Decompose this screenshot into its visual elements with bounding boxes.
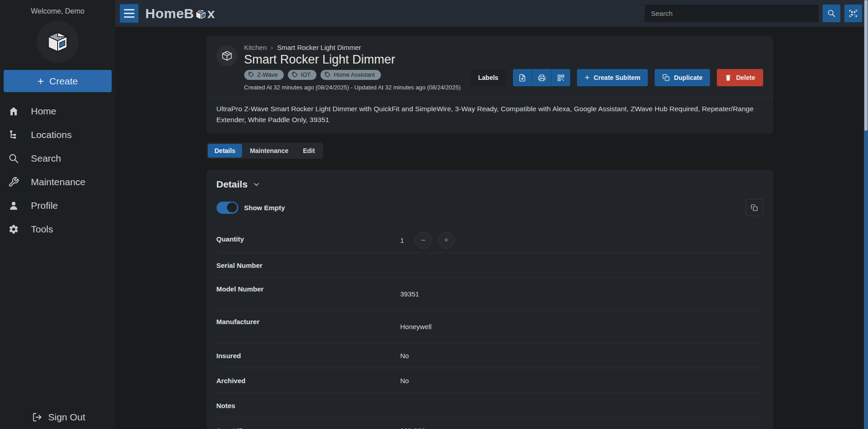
chevron-right-icon: › [271,44,273,51]
item-header-main: Kitchen › Smart Rocker Light Dimmer Smar… [244,44,461,91]
copy-details-button[interactable] [746,199,763,216]
locations-tree-icon [8,129,19,140]
sidebar-item-search[interactable]: Search [0,147,115,170]
show-empty-label: Show Empty [244,204,285,212]
delete-label: Delete [736,74,755,81]
create-subitem-button[interactable]: + Create Subitem [577,69,648,86]
quantity-increase-button[interactable]: + [438,232,455,249]
tab-edit[interactable]: Edit [296,144,321,158]
tag-icon [292,72,298,78]
box-icon [195,8,207,20]
item-avatar [217,45,237,66]
sidebar-item-label: Tools [31,224,53,235]
box-icon [221,50,233,62]
brand-text-post: x [207,6,215,21]
field-row-notes: Notes [217,393,763,418]
item-header-card: Kitchen › Smart Rocker Light Dimmer Smar… [207,36,773,133]
field-value: No [400,352,763,360]
labels-button[interactable]: Labels [470,69,506,86]
app-logo[interactable]: HomeB x [145,6,215,21]
create-button[interactable]: + Create [4,70,112,92]
item-actions: Labels [470,69,763,86]
field-label: Notes [217,402,400,409]
duplicate-button[interactable]: Duplicate [655,69,710,86]
label-pill-text: IOT [301,71,311,78]
logout-icon [32,412,42,422]
details-section-header[interactable]: Details [217,179,763,190]
qr-scan-button[interactable] [844,5,862,22]
user-icon [8,200,19,211]
show-empty-toggle-wrap: Show Empty [217,202,285,214]
field-row-asset-id: Asset ID 000-006 [217,418,763,429]
field-label: Insured [217,352,400,360]
create-button-label: Create [49,76,78,87]
tab-maintenance[interactable]: Maintenance [243,144,295,158]
search-input[interactable] [645,5,819,22]
hamburger-menu-button[interactable] [120,4,138,23]
sidebar: Welcome, Demo + Create Home [0,0,115,429]
label-pill[interactable]: IOT [288,70,317,80]
qr-code-icon [557,74,565,82]
label-pill[interactable]: Home Assistant [321,70,380,80]
sidebar-item-maintenance[interactable]: Maintenance [0,170,115,194]
sidebar-item-home[interactable]: Home [0,99,115,123]
field-row-insured: Insured No [217,343,763,368]
delete-button[interactable]: Delete [717,69,763,86]
sidebar-logo-wrap [0,21,115,63]
search-icon [8,153,19,164]
sign-out-button[interactable]: Sign Out [0,412,115,423]
details-card: Details Show Empty Quantity [207,170,773,429]
sidebar-item-label: Locations [31,129,72,140]
print-label-button[interactable] [532,69,551,86]
sidebar-item-label: Home [31,106,56,117]
homebox-logo [37,21,79,63]
top-navbar: HomeB x [115,0,868,27]
quantity-decrease-button[interactable]: − [415,232,432,249]
qr-code-button[interactable] [551,69,570,86]
sidebar-item-locations[interactable]: Locations [0,123,115,147]
trash-icon [725,74,732,81]
field-row-archived: Archived No [217,368,763,393]
label-pills: Z-Wave IOT Home Assistant [244,70,461,80]
sidebar-item-label: Maintenance [31,177,85,187]
field-row-serial-number: Serial Number [217,253,763,278]
created-updated-meta: Created At 32 minutes ago (08/24/2025) -… [244,84,461,91]
scrollbar-thumb[interactable] [864,0,868,131]
tab-details[interactable]: Details [208,144,242,158]
labels-button-label: Labels [478,74,498,81]
wrench-icon [8,177,19,187]
duplicate-label: Duplicate [674,74,702,81]
sidebar-item-label: Profile [31,200,58,211]
sidebar-item-profile[interactable]: Profile [0,194,115,217]
plus-icon: + [37,75,44,88]
field-label: Asset ID [217,427,400,429]
gear-icon [8,224,19,235]
item-icon-button-group [513,69,570,86]
home-icon [8,106,19,117]
scrollbar[interactable] [864,0,868,429]
field-row-quantity: Quantity 1 − + [217,228,763,253]
field-row-manufacturer: Manufacturer Honeywell [217,311,763,343]
label-pill[interactable]: Z-Wave [244,70,284,80]
label-pill-text: Home Assistant [334,71,375,78]
tab-bar: Details Maintenance Edit [207,143,773,159]
plus-icon: + [585,73,590,83]
search-icon [827,9,836,18]
file-download-button[interactable] [513,69,532,86]
quantity-stepper: 1 − + [400,232,763,249]
show-empty-toggle[interactable] [217,202,238,214]
create-subitem-label: Create Subitem [594,74,641,81]
main-content: Kitchen › Smart Rocker Light Dimmer Smar… [115,27,864,429]
sidebar-item-tools[interactable]: Tools [0,217,115,241]
breadcrumb-parent-link[interactable]: Kitchen [244,44,267,51]
details-heading: Details [217,179,248,190]
search-submit-button[interactable] [823,5,840,22]
label-pill-text: Z-Wave [257,71,278,78]
tag-icon [325,72,330,78]
copy-icon [662,74,670,81]
qr-scan-icon [849,9,858,18]
tag-icon [248,72,254,78]
navbar-search-group [645,5,862,22]
details-fields: Quantity 1 − + Serial Number Model Numbe… [217,228,763,429]
field-label: Model Number [217,281,400,293]
